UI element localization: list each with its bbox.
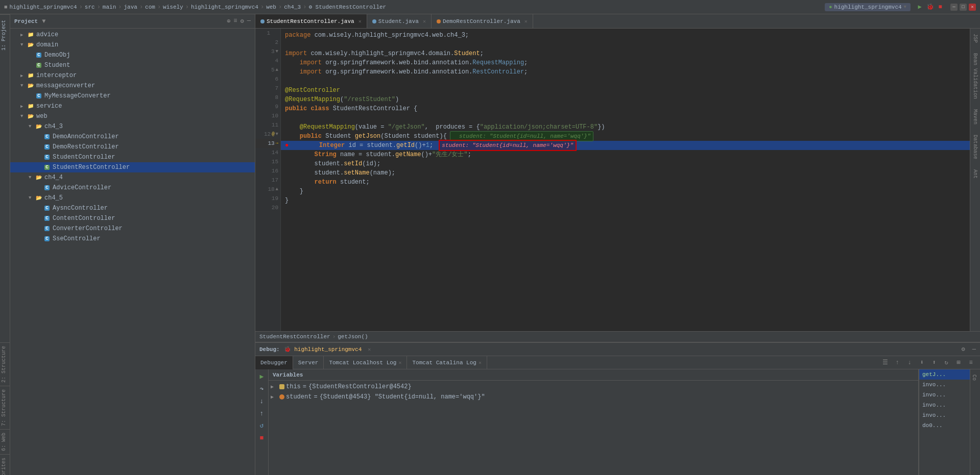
debug-tab-tomcat-localhost[interactable]: Tomcat Localhost Log ✕ — [324, 356, 407, 369]
tab-DemoRestController[interactable]: DemoRestController.java ✕ — [432, 14, 533, 29]
expand-arrow-messageconverter[interactable]: ▼ — [20, 83, 27, 88]
tree-item-StudentRestController[interactable]: C StudentRestController — [10, 162, 255, 172]
debug-tool-down[interactable]: ↓ — [904, 358, 915, 368]
tree-item-StudentController[interactable]: C StudentController — [10, 152, 255, 162]
call-item-invoke3[interactable]: invo... — [919, 400, 970, 410]
tree-item-ContentController[interactable]: C ContentController — [10, 213, 255, 223]
right-strip-ant[interactable]: Ant — [971, 164, 979, 184]
collapse-button[interactable]: ≡ — [233, 17, 237, 25]
strip-tab-structure-7[interactable]: 7: Structure — [0, 386, 10, 429]
call-item-invoke4[interactable]: invo... — [919, 410, 970, 420]
call-item-invoke2[interactable]: invo... — [919, 390, 970, 400]
close-tab-2[interactable]: ✕ — [423, 18, 426, 24]
debug-tool-frames[interactable]: ⊞ — [953, 358, 964, 368]
expand-arrow-interceptor[interactable]: ▶ — [20, 73, 27, 79]
fold-icon-18[interactable]: ▲ — [276, 187, 278, 192]
expand-arrow-ch4_4[interactable]: ▼ — [29, 175, 35, 180]
expand-this[interactable]: ▶ — [271, 384, 278, 390]
debug-tool-up[interactable]: ↑ — [892, 358, 902, 368]
debug-hide[interactable]: ─ — [972, 346, 976, 353]
tree-item-DemoObj[interactable]: C DemoObj — [10, 50, 255, 60]
close-tab-3[interactable]: ✕ — [524, 18, 528, 24]
tree-item-Student[interactable]: C Student — [10, 60, 255, 70]
tree-item-interceptor[interactable]: ▶ 📁 interceptor — [10, 70, 255, 81]
locate-button[interactable]: ⊕ — [227, 17, 230, 25]
fold-icon-3[interactable]: ▼ — [276, 49, 278, 54]
minimize-button[interactable]: ─ — [950, 4, 958, 11]
var-item-student[interactable]: ▶ student = {Student@4543} "Student{id=n… — [269, 392, 918, 402]
debug-tab-close[interactable]: ✕ — [368, 346, 371, 353]
debug-step-over-button[interactable]: ↷ — [257, 384, 267, 394]
debug-tool-step[interactable]: ↻ — [941, 358, 951, 368]
expand-arrow-domain[interactable]: ▼ — [20, 42, 27, 47]
close-tab-1[interactable]: ✕ — [358, 18, 362, 24]
path-src: src — [85, 4, 95, 10]
tree-item-ch4_3[interactable]: ▼ 📂 ch4_3 — [10, 121, 255, 132]
debug-step-out-button[interactable]: ↑ — [257, 408, 267, 418]
debug-tool-filter[interactable]: ☰ — [880, 358, 890, 368]
tree-item-messageconverter[interactable]: ▼ 📂 messageconverter — [10, 81, 255, 91]
tree-item-ch4_5[interactable]: ▼ 📂 ch4_5 — [10, 193, 255, 203]
bottom-left-strip: 2: Structure 7: Structure 6: Web Favorit… — [0, 342, 10, 475]
hide-button[interactable]: ─ — [247, 17, 251, 25]
tree-item-AdviceController[interactable]: C AdviceController — [10, 183, 255, 193]
var-item-this[interactable]: ▶ this = {StudentRestController@4542} — [269, 382, 918, 392]
debug-tab-server[interactable]: Server — [293, 356, 324, 369]
tree-item-DemoRestController[interactable]: C DemoRestController — [10, 142, 255, 152]
right-strip-jsp[interactable]: JSP — [971, 29, 979, 48]
strip-tab-web[interactable]: 6: Web — [0, 429, 10, 454]
debug-rerun-button[interactable]: ↺ — [257, 420, 267, 431]
maximize-button[interactable]: □ — [960, 4, 967, 11]
debug-step-into-button[interactable]: ↓ — [257, 396, 267, 406]
close-button[interactable]: ✕ — [969, 4, 976, 11]
expand-student[interactable]: ▶ — [271, 394, 278, 400]
fold-icon-5[interactable]: ▲ — [276, 67, 278, 72]
close-tomcat-localhost[interactable]: ✕ — [398, 360, 401, 366]
call-item-invoke1[interactable]: invo... — [919, 380, 970, 390]
tree-item-AysncController[interactable]: C AysncController — [10, 203, 255, 213]
expand-arrow-ch4_3[interactable]: ▼ — [29, 124, 35, 129]
tree-item-ch4_4[interactable]: ▼ 📂 ch4_4 — [10, 172, 255, 183]
debug-tab-tomcat-catalina[interactable]: Tomcat Catalina Log ✕ — [407, 356, 487, 369]
run-config[interactable]: ● highlight_springmvc4 ▼ — [825, 3, 911, 11]
strip-tab-favorites[interactable]: Favorites — [0, 454, 10, 475]
debug-tool-down2[interactable]: ⬇ — [917, 358, 927, 368]
expand-arrow-web[interactable]: ▼ — [20, 114, 27, 119]
right-strip-bean-validation[interactable]: Bean Validation — [971, 48, 979, 104]
right-strip-maven[interactable]: Maven — [971, 104, 979, 130]
gutter-line-12: 12 @ ▼ — [255, 130, 280, 139]
debug-resume-button[interactable]: ▶ — [257, 371, 267, 382]
debug-tool-up2[interactable]: ⬆ — [929, 358, 939, 368]
debug-stop-button[interactable]: ■ — [257, 433, 267, 443]
call-item-getJson[interactable]: getJ... — [919, 369, 970, 380]
strip-tab-structure[interactable]: 2: Structure — [0, 342, 10, 386]
expand-arrow-ch4_5[interactable]: ▼ — [29, 195, 35, 201]
tab-Student[interactable]: Student.java ✕ — [367, 14, 432, 29]
tree-item-web[interactable]: ▼ 📂 web — [10, 111, 255, 121]
tree-item-service[interactable]: ▶ 📁 service — [10, 101, 255, 111]
strip-tab-project[interactable]: 1: Project — [0, 14, 10, 56]
expand-arrow-advice[interactable]: ▶ — [20, 32, 27, 38]
tree-item-domain[interactable]: ▼ 📂 domain — [10, 40, 255, 50]
debug-right-tab-co[interactable]: Co — [970, 369, 980, 386]
settings-button[interactable]: ⚙ — [241, 17, 244, 25]
right-strip-database[interactable]: Database — [971, 130, 979, 164]
code-editor[interactable]: package com.wisely.highlight_springmvc4.… — [281, 29, 970, 331]
debug-settings[interactable]: ⚙ — [962, 345, 965, 353]
call-item-do[interactable]: do0... — [919, 420, 970, 431]
tree-item-advice[interactable]: ▶ 📁 advice — [10, 30, 255, 40]
debug-tool-more[interactable]: ≡ — [966, 358, 976, 368]
close-tomcat-catalina[interactable]: ✕ — [479, 360, 482, 366]
tree-item-ConverterController[interactable]: C ConverterController — [10, 223, 255, 234]
fold-icon-12[interactable]: ▼ — [276, 132, 278, 137]
file-tree-panel: Project ▼ ⊕ ≡ ⚙ ─ ▶ 📁 advice — [10, 14, 255, 475]
expand-arrow-service[interactable]: ▶ — [20, 104, 27, 109]
debug-tab-debugger[interactable]: Debugger — [255, 356, 293, 369]
tree-item-SseController[interactable]: C SseController — [10, 234, 255, 244]
tab-StudentRestController[interactable]: StudentRestController.java ✕ — [255, 14, 367, 29]
debug-run-button[interactable]: 🐞 — [926, 3, 934, 11]
tree-item-DemoAnnoController[interactable]: C DemoAnnoController — [10, 132, 255, 142]
tree-item-MyMessageConverter[interactable]: C MyMessageConverter — [10, 91, 255, 101]
run-button[interactable]: ▶ — [916, 3, 924, 11]
stop-button[interactable]: ■ — [936, 3, 944, 11]
